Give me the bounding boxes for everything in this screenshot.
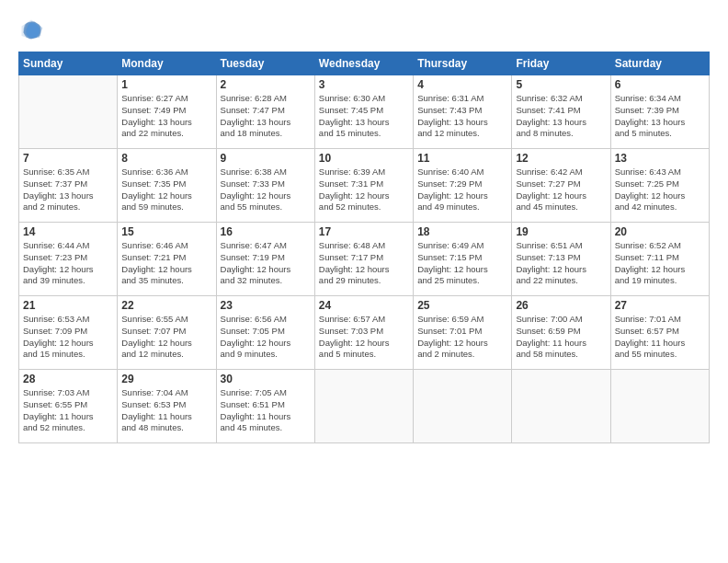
- day-number: 4: [417, 78, 507, 91]
- day-number: 19: [516, 225, 606, 238]
- weekday-header-sunday: Sunday: [19, 52, 118, 75]
- calendar-cell: 21Sunrise: 6:53 AMSunset: 7:09 PMDayligh…: [19, 296, 118, 370]
- day-info: Sunrise: 6:32 AMSunset: 7:41 PMDaylight:…: [516, 93, 606, 140]
- weekday-header-saturday: Saturday: [610, 52, 709, 75]
- day-number: 20: [615, 225, 705, 238]
- day-info: Sunrise: 6:56 AMSunset: 7:05 PMDaylight:…: [221, 314, 311, 361]
- day-number: 1: [121, 78, 211, 91]
- calendar-cell: 30Sunrise: 7:05 AMSunset: 6:51 PMDayligh…: [216, 370, 314, 443]
- day-number: 5: [516, 78, 606, 91]
- day-info: Sunrise: 6:57 AMSunset: 7:03 PMDaylight:…: [319, 314, 409, 361]
- calendar-cell: [610, 370, 709, 443]
- calendar-cell: 19Sunrise: 6:51 AMSunset: 7:13 PMDayligh…: [512, 223, 610, 296]
- calendar-cell: 29Sunrise: 7:04 AMSunset: 6:53 PMDayligh…: [118, 370, 216, 443]
- day-number: 13: [615, 152, 705, 165]
- calendar-cell: 11Sunrise: 6:40 AMSunset: 7:29 PMDayligh…: [414, 149, 512, 223]
- calendar-cell: 4Sunrise: 6:31 AMSunset: 7:43 PMDaylight…: [414, 75, 512, 149]
- day-number: 15: [121, 225, 211, 238]
- day-info: Sunrise: 6:28 AMSunset: 7:47 PMDaylight:…: [221, 93, 311, 140]
- day-info: Sunrise: 6:59 AMSunset: 7:01 PMDaylight:…: [417, 314, 507, 361]
- day-number: 14: [23, 225, 113, 238]
- day-info: Sunrise: 6:40 AMSunset: 7:29 PMDaylight:…: [417, 167, 507, 213]
- day-info: Sunrise: 6:51 AMSunset: 7:13 PMDaylight:…: [516, 240, 606, 287]
- day-info: Sunrise: 6:39 AMSunset: 7:31 PMDaylight:…: [319, 167, 409, 213]
- day-number: 24: [319, 299, 409, 312]
- day-number: 6: [615, 78, 705, 91]
- calendar-cell: 13Sunrise: 6:43 AMSunset: 7:25 PMDayligh…: [610, 149, 709, 223]
- weekday-header-friday: Friday: [512, 52, 610, 75]
- weekday-header-thursday: Thursday: [414, 52, 512, 75]
- day-info: Sunrise: 6:27 AMSunset: 7:49 PMDaylight:…: [121, 93, 211, 140]
- header: [18, 17, 710, 42]
- day-number: 9: [221, 152, 311, 165]
- day-number: 16: [221, 225, 311, 238]
- day-info: Sunrise: 7:01 AMSunset: 6:57 PMDaylight:…: [615, 314, 705, 361]
- calendar-cell: 27Sunrise: 7:01 AMSunset: 6:57 PMDayligh…: [610, 296, 709, 370]
- day-info: Sunrise: 6:38 AMSunset: 7:33 PMDaylight:…: [221, 167, 311, 213]
- day-info: Sunrise: 6:31 AMSunset: 7:43 PMDaylight:…: [417, 93, 507, 140]
- day-number: 7: [23, 152, 113, 165]
- calendar-cell: 8Sunrise: 6:36 AMSunset: 7:35 PMDaylight…: [118, 149, 216, 223]
- calendar-cell: [314, 370, 413, 443]
- calendar-week-row: 21Sunrise: 6:53 AMSunset: 7:09 PMDayligh…: [19, 296, 710, 370]
- calendar-cell: 1Sunrise: 6:27 AMSunset: 7:49 PMDaylight…: [118, 75, 216, 149]
- day-number: 26: [516, 299, 606, 312]
- calendar-week-row: 14Sunrise: 6:44 AMSunset: 7:23 PMDayligh…: [19, 223, 710, 296]
- calendar-cell: 28Sunrise: 7:03 AMSunset: 6:55 PMDayligh…: [19, 370, 118, 443]
- day-number: 17: [319, 225, 409, 238]
- calendar-cell: 14Sunrise: 6:44 AMSunset: 7:23 PMDayligh…: [19, 223, 118, 296]
- day-info: Sunrise: 6:52 AMSunset: 7:11 PMDaylight:…: [615, 240, 705, 287]
- calendar-cell: 9Sunrise: 6:38 AMSunset: 7:33 PMDaylight…: [216, 149, 314, 223]
- calendar-cell: 20Sunrise: 6:52 AMSunset: 7:11 PMDayligh…: [610, 223, 709, 296]
- day-info: Sunrise: 6:43 AMSunset: 7:25 PMDaylight:…: [615, 167, 705, 213]
- calendar-cell: 3Sunrise: 6:30 AMSunset: 7:45 PMDaylight…: [314, 75, 413, 149]
- day-info: Sunrise: 6:35 AMSunset: 7:37 PMDaylight:…: [23, 167, 113, 213]
- day-info: Sunrise: 7:00 AMSunset: 6:59 PMDaylight:…: [516, 314, 606, 361]
- logo-icon: [18, 17, 44, 42]
- calendar-cell: 26Sunrise: 7:00 AMSunset: 6:59 PMDayligh…: [512, 296, 610, 370]
- calendar-cell: 10Sunrise: 6:39 AMSunset: 7:31 PMDayligh…: [314, 149, 413, 223]
- calendar-cell: [19, 75, 118, 149]
- calendar-cell: 17Sunrise: 6:48 AMSunset: 7:17 PMDayligh…: [314, 223, 413, 296]
- logo: [18, 17, 48, 42]
- calendar-cell: 18Sunrise: 6:49 AMSunset: 7:15 PMDayligh…: [414, 223, 512, 296]
- calendar-cell: 24Sunrise: 6:57 AMSunset: 7:03 PMDayligh…: [314, 296, 413, 370]
- calendar-cell: 2Sunrise: 6:28 AMSunset: 7:47 PMDaylight…: [216, 75, 314, 149]
- day-number: 3: [319, 78, 409, 91]
- day-info: Sunrise: 6:30 AMSunset: 7:45 PMDaylight:…: [319, 93, 409, 140]
- day-info: Sunrise: 6:48 AMSunset: 7:17 PMDaylight:…: [319, 240, 409, 287]
- day-info: Sunrise: 6:55 AMSunset: 7:07 PMDaylight:…: [121, 314, 211, 361]
- day-number: 10: [319, 152, 409, 165]
- day-info: Sunrise: 6:46 AMSunset: 7:21 PMDaylight:…: [121, 240, 211, 287]
- calendar-cell: 16Sunrise: 6:47 AMSunset: 7:19 PMDayligh…: [216, 223, 314, 296]
- day-info: Sunrise: 7:04 AMSunset: 6:53 PMDaylight:…: [121, 387, 211, 434]
- day-number: 21: [23, 299, 113, 312]
- calendar-cell: 23Sunrise: 6:56 AMSunset: 7:05 PMDayligh…: [216, 296, 314, 370]
- calendar-week-row: 1Sunrise: 6:27 AMSunset: 7:49 PMDaylight…: [19, 75, 710, 149]
- weekday-header-tuesday: Tuesday: [216, 52, 314, 75]
- day-number: 12: [516, 152, 606, 165]
- calendar-cell: 12Sunrise: 6:42 AMSunset: 7:27 PMDayligh…: [512, 149, 610, 223]
- day-number: 28: [23, 373, 113, 385]
- weekday-header-wednesday: Wednesday: [314, 52, 413, 75]
- day-number: 2: [221, 78, 311, 91]
- calendar-cell: 5Sunrise: 6:32 AMSunset: 7:41 PMDaylight…: [512, 75, 610, 149]
- day-info: Sunrise: 7:05 AMSunset: 6:51 PMDaylight:…: [221, 387, 311, 434]
- weekday-header-monday: Monday: [118, 52, 216, 75]
- day-info: Sunrise: 6:44 AMSunset: 7:23 PMDaylight:…: [23, 240, 113, 287]
- day-info: Sunrise: 6:34 AMSunset: 7:39 PMDaylight:…: [615, 93, 705, 140]
- calendar-cell: 6Sunrise: 6:34 AMSunset: 7:39 PMDaylight…: [610, 75, 709, 149]
- calendar-cell: [512, 370, 610, 443]
- day-number: 22: [121, 299, 211, 312]
- page: SundayMondayTuesdayWednesdayThursdayFrid…: [0, 0, 728, 563]
- calendar-week-row: 28Sunrise: 7:03 AMSunset: 6:55 PMDayligh…: [19, 370, 710, 443]
- calendar-cell: 7Sunrise: 6:35 AMSunset: 7:37 PMDaylight…: [19, 149, 118, 223]
- day-number: 27: [615, 299, 705, 312]
- day-number: 18: [417, 225, 507, 238]
- calendar-table: SundayMondayTuesdayWednesdayThursdayFrid…: [18, 52, 710, 443]
- day-number: 30: [221, 373, 311, 385]
- day-number: 11: [417, 152, 507, 165]
- day-number: 25: [417, 299, 507, 312]
- day-number: 29: [121, 373, 211, 385]
- calendar-cell: 25Sunrise: 6:59 AMSunset: 7:01 PMDayligh…: [414, 296, 512, 370]
